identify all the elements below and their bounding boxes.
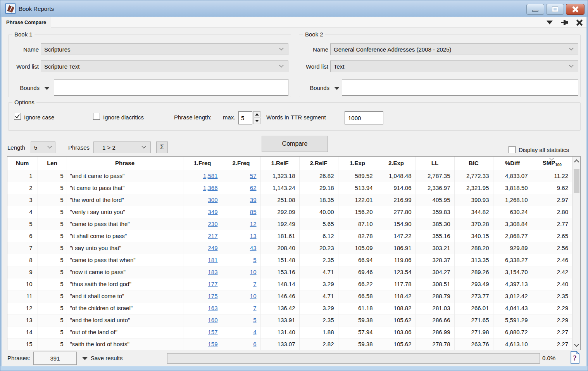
freq1-link[interactable]: 249 (208, 245, 217, 251)
spin-down-button[interactable] (253, 118, 260, 124)
freq2-link[interactable]: 10 (250, 293, 257, 299)
cell-freq1[interactable]: 159 (183, 338, 222, 350)
cell-freq1[interactable]: 300 (183, 194, 222, 206)
freq2-link[interactable]: 7 (253, 305, 256, 311)
book2-bounds-input[interactable] (342, 79, 578, 96)
display-all-statistics-checkbox[interactable] (509, 146, 516, 153)
col-ll[interactable]: LL (416, 157, 454, 170)
cell-freq1[interactable]: 163 (183, 302, 222, 314)
cell-freq2[interactable]: 4 (222, 326, 260, 338)
pin-icon[interactable] (560, 19, 568, 26)
freq1-link[interactable]: 230 (208, 221, 217, 227)
freq1-link[interactable]: 159 (208, 341, 217, 347)
freq2-link[interactable]: 5 (253, 317, 256, 323)
scroll-up-icon[interactable] (574, 159, 579, 164)
cell-freq1[interactable]: 349 (183, 206, 222, 218)
cell-freq2[interactable]: 85 (222, 206, 260, 218)
compare-button[interactable]: Compare (262, 136, 328, 152)
cell-freq2[interactable]: 7 (222, 302, 260, 314)
vertical-scrollbar[interactable] (572, 157, 580, 350)
col-phrase[interactable]: Phrase (67, 157, 183, 170)
freq1-link[interactable]: 163 (208, 305, 217, 311)
freq1-link[interactable]: 300 (208, 197, 217, 203)
freq1-link[interactable]: 349 (208, 209, 217, 215)
ignore-diacritics-checkbox[interactable] (93, 113, 100, 120)
cell-freq2[interactable]: 43 (222, 242, 260, 254)
maximize-button[interactable] (546, 4, 564, 15)
scrollbar-thumb[interactable] (574, 169, 579, 193)
freq2-link[interactable]: 85 (250, 209, 257, 215)
book2-name-combobox[interactable]: General Conference Addresses (2008 - 202… (330, 43, 578, 55)
scroll-down-icon[interactable] (574, 342, 579, 347)
freq2-link[interactable]: 13 (250, 233, 257, 239)
phrase-length-max-input[interactable] (238, 111, 252, 124)
col-relf2[interactable]: 2.RelF (299, 157, 338, 170)
cell-freq1[interactable]: 217 (183, 230, 222, 242)
phrases-direction-combobox[interactable]: 1 > 2 (93, 141, 151, 153)
cell-freq2[interactable]: 39 (222, 194, 260, 206)
freq2-link[interactable]: 57 (250, 173, 257, 179)
tab-phrase-compare[interactable]: Phrase Compare (2, 17, 51, 28)
col-smp[interactable]: SMP100 (532, 157, 572, 170)
freq1-link[interactable]: 183 (208, 269, 217, 275)
cell-freq1[interactable]: 160 (183, 314, 222, 326)
col-exp1[interactable]: 1.Exp (338, 157, 377, 170)
cell-freq2[interactable]: 13 (222, 230, 260, 242)
cell-freq1[interactable]: 1,581 (183, 170, 222, 182)
col-exp2[interactable]: 2.Exp (377, 157, 416, 170)
freq2-link[interactable]: 12 (250, 221, 257, 227)
freq2-link[interactable]: 43 (250, 245, 257, 251)
col-len[interactable]: Len (38, 157, 67, 170)
cell-freq2[interactable]: 12 (222, 218, 260, 230)
col-pdiff[interactable]: %Diff (493, 157, 532, 170)
cell-freq2[interactable]: 10 (222, 290, 260, 302)
cell-freq1[interactable]: 157 (183, 326, 222, 338)
ttr-segment-input[interactable] (345, 111, 383, 124)
freq1-link[interactable]: 160 (208, 317, 217, 323)
cell-freq1[interactable]: 230 (183, 218, 222, 230)
col-bic[interactable]: BIC (454, 157, 493, 170)
col-num[interactable]: Num (7, 157, 38, 170)
cell-freq2[interactable]: 10 (222, 266, 260, 278)
help-icon[interactable]: ? (570, 351, 580, 364)
freq2-link[interactable]: 62 (250, 185, 257, 191)
cell-freq2[interactable]: 62 (222, 182, 260, 194)
freq1-link[interactable]: 1,581 (203, 173, 218, 179)
close-tab-icon[interactable] (576, 19, 582, 26)
freq2-link[interactable]: 7 (253, 281, 256, 287)
save-results-dropdown-icon[interactable] (82, 357, 88, 360)
freq1-link[interactable]: 1,366 (203, 185, 218, 191)
col-relf1[interactable]: 1.RelF (260, 157, 299, 170)
cell-freq1[interactable]: 175 (183, 290, 222, 302)
cell-freq2[interactable]: 6 (222, 338, 260, 350)
sigma-button[interactable]: Σ (156, 141, 168, 153)
freq2-link[interactable]: 6 (253, 341, 256, 347)
spin-up-button[interactable] (253, 111, 260, 117)
cell-freq2[interactable]: 57 (222, 170, 260, 182)
freq2-link[interactable]: 5 (253, 257, 256, 263)
book2-wordlist-combobox[interactable]: Text (330, 60, 578, 72)
freq2-link[interactable]: 10 (250, 269, 257, 275)
length-combobox[interactable]: 5 (31, 141, 55, 153)
cell-freq2[interactable]: 7 (222, 278, 260, 290)
minimize-button[interactable] (526, 4, 544, 15)
freq1-link[interactable]: 181 (208, 257, 217, 263)
cell-freq1[interactable]: 181 (183, 254, 222, 266)
freq1-link[interactable]: 177 (208, 281, 217, 287)
col-freq2[interactable]: 2.Freq (222, 157, 260, 170)
cell-freq1[interactable]: 183 (183, 266, 222, 278)
cell-freq2[interactable]: 5 (222, 254, 260, 266)
freq1-link[interactable]: 157 (208, 329, 217, 335)
close-button[interactable] (566, 4, 585, 15)
book1-name-combobox[interactable]: Scriptures (41, 43, 288, 55)
cell-freq1[interactable]: 177 (183, 278, 222, 290)
col-freq1[interactable]: 1.Freq (183, 157, 222, 170)
freq1-link[interactable]: 217 (208, 233, 217, 239)
book2-bounds-dropdown-icon[interactable] (334, 87, 340, 90)
book1-bounds-input[interactable] (54, 79, 288, 96)
freq2-link[interactable]: 39 (250, 197, 257, 203)
cell-freq1[interactable]: 249 (183, 242, 222, 254)
freq1-link[interactable]: 175 (208, 293, 217, 299)
save-results-button[interactable]: Save results (91, 355, 137, 361)
cell-freq2[interactable]: 5 (222, 314, 260, 326)
